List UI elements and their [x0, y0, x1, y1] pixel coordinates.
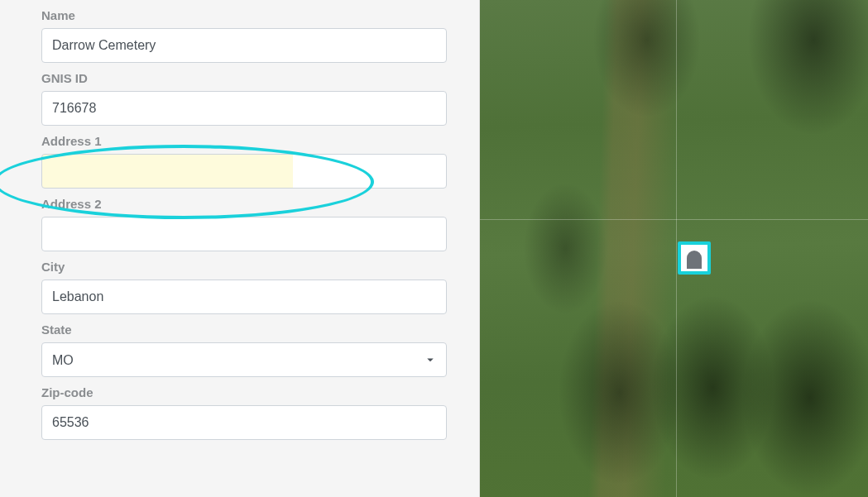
name-label: Name	[41, 8, 463, 22]
form-panel: Name GNIS ID Address 1 Address 2 City St…	[0, 0, 480, 497]
form-scroll-area[interactable]: Name GNIS ID Address 1 Address 2 City St…	[41, 0, 463, 497]
state-select[interactable]: MO	[41, 342, 447, 377]
city-group: City	[41, 260, 463, 314]
address1-label: Address 1	[41, 134, 463, 148]
zipcode-label: Zip-code	[41, 385, 463, 399]
address2-group: Address 2	[41, 197, 463, 251]
address2-label: Address 2	[41, 197, 463, 211]
city-input[interactable]	[41, 280, 447, 314]
gravestone-icon	[687, 251, 702, 269]
address1-input[interactable]	[41, 154, 447, 189]
map-satellite-terrain	[480, 0, 868, 497]
name-input[interactable]	[41, 28, 447, 63]
map-grass-texture	[480, 0, 868, 497]
name-group: Name	[41, 0, 463, 63]
state-label: State	[41, 323, 463, 337]
gnis-id-label: GNIS ID	[41, 71, 463, 85]
gnis-id-group: GNIS ID	[41, 71, 463, 126]
map-panel[interactable]	[480, 0, 868, 497]
zipcode-group: Zip-code	[41, 385, 463, 440]
address2-input[interactable]	[41, 217, 447, 251]
cemetery-marker[interactable]	[678, 241, 711, 275]
state-group: State MO	[41, 323, 463, 377]
gnis-id-input[interactable]	[41, 91, 447, 126]
zipcode-input[interactable]	[41, 405, 447, 440]
city-label: City	[41, 260, 463, 274]
address1-group: Address 1	[41, 134, 463, 189]
